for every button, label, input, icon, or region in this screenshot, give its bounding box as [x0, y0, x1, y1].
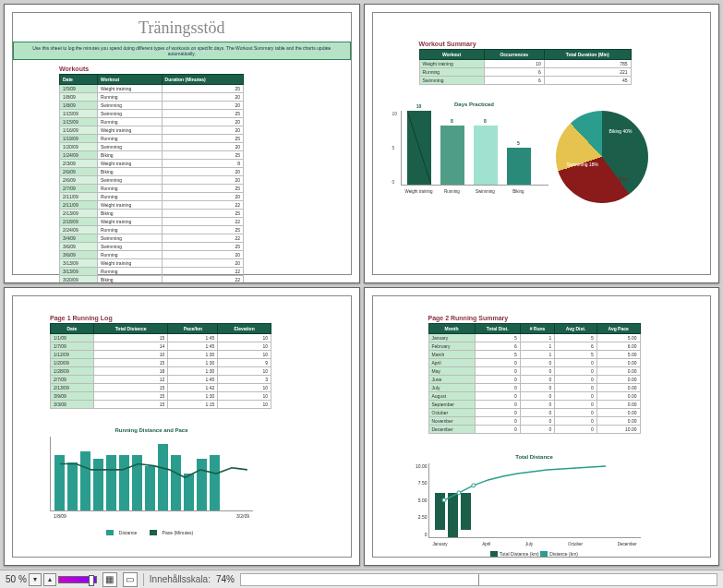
- pie-label-biking: Biking 40%: [609, 129, 633, 135]
- table-row: 2/3/09Weight training8: [60, 160, 244, 168]
- zoom-out-button[interactable]: ▾: [29, 573, 42, 586]
- table-row: 3/4/09Swimming22: [60, 234, 244, 243]
- table-row: 3/9/09151:3010: [51, 391, 271, 400]
- table-row: 1/15/09Swimming25: [60, 110, 244, 118]
- total-distance-chart: Total Distance 10.007.50 5.002.50 0 Janu…: [428, 454, 641, 558]
- workouts-heading: Workouts: [59, 66, 351, 72]
- col-workout: Workout: [97, 75, 162, 85]
- days-practiced-chart: Days Practiced 1050 10Weight training8Ru…: [401, 102, 548, 186]
- running-summary-heading: Page 2 Running Summary: [428, 315, 711, 321]
- table-row: 2/13/09Biking25: [60, 210, 244, 218]
- svg-point-1: [441, 498, 445, 501]
- table-row: December00010.00: [428, 425, 640, 433]
- table-row: 2/13/09151:4210: [51, 383, 271, 391]
- page-2: Workout Summary Workout Occurrences Tota…: [364, 4, 720, 283]
- zoom-slider[interactable]: [58, 576, 97, 583]
- table-row: 1/20/09Swimming20: [60, 143, 244, 151]
- doc-title: Träningsstöd: [13, 18, 351, 38]
- table-row: April0000.00: [428, 358, 640, 366]
- table-row: November0000.00: [428, 416, 640, 425]
- ruler[interactable]: [240, 573, 717, 586]
- table-row: 1/12/09101:3010: [51, 350, 271, 358]
- bar: [145, 466, 155, 510]
- view-mode-button[interactable]: ▦: [102, 572, 117, 587]
- zoom-value: 50 %: [6, 574, 27, 584]
- scale-label: Innehållsskala:: [150, 574, 211, 584]
- single-page-button[interactable]: ▭: [123, 572, 138, 587]
- table-row: 3/6/09Swimming25: [60, 243, 244, 251]
- summary-heading: Workout Summary: [419, 41, 711, 47]
- col-occ: Occurrences: [484, 50, 544, 60]
- table-row: 2/24/09Running25: [60, 226, 244, 234]
- chart4-legend: Total Distance (km) Distance (km): [428, 551, 641, 558]
- page-3: Page 1 Running Log Date Total Distance P…: [4, 287, 360, 567]
- table-row: October0000.00: [428, 408, 640, 416]
- bar: 10Weight training: [407, 111, 431, 185]
- bar: [54, 455, 65, 510]
- table-row: 2/11/09Weight training22: [60, 201, 244, 210]
- running-summary-table: Month Total Dist. # Runs Avg Dist. Avg P…: [428, 323, 641, 434]
- table-row: June0000.00: [428, 375, 640, 383]
- col-date: Date: [60, 75, 98, 85]
- table-row: August0000.00: [428, 391, 640, 400]
- bar: [210, 455, 220, 510]
- table-row: Weight training10785: [419, 60, 631, 68]
- bar: [67, 462, 78, 510]
- table-row: 2/18/09Weight training22: [60, 218, 244, 226]
- running-log-table: Date Total Distance Pace/km Elevation 1/…: [50, 323, 271, 409]
- bar: [132, 455, 142, 510]
- running-log-heading: Page 1 Running Log: [50, 315, 351, 321]
- bar: [106, 455, 116, 510]
- table-row: 2/11/09Running20: [60, 193, 244, 201]
- bar: [119, 455, 129, 510]
- table-row: 1/20/09151:309: [51, 358, 271, 366]
- table-row: 1/19/09Running25: [60, 135, 244, 143]
- svg-point-3: [471, 483, 475, 486]
- table-row: 1/16/09Weight training20: [60, 126, 244, 135]
- bar: [93, 459, 103, 510]
- table-row: 1/28/09181:3010: [51, 366, 271, 375]
- table-row: March5155.00: [428, 350, 640, 358]
- table-row: 3/20/09Biking22: [60, 276, 244, 283]
- print-preview: Träningsstöd Use this sheet to log the m…: [0, 0, 723, 588]
- bar: [171, 455, 181, 510]
- pie-label-running: Running 30%: [600, 177, 628, 183]
- table-row: 2/6/09Biking20: [60, 168, 244, 176]
- summary-table: Workout Occurrences Total Duration (Min)…: [419, 49, 632, 85]
- page-1: Träningsstöd Use this sheet to log the m…: [4, 4, 360, 283]
- table-row: 3/13/09Running22: [60, 268, 244, 276]
- bar: [197, 459, 207, 510]
- table-row: February6166.00: [428, 342, 640, 350]
- distance-pace-chart: Running Distance and Pace 1/8/09 3/2/09 …: [50, 427, 253, 536]
- bar: [184, 474, 194, 510]
- table-row: 1/8/09Swimming20: [60, 102, 244, 110]
- workout-pie-chart: Biking 40% Swimming 18% Running 30%: [556, 111, 648, 203]
- page-4: Page 2 Running Summary Month Total Dist.…: [364, 287, 720, 567]
- bar: 5Biking: [507, 148, 531, 185]
- pie-label-swimming: Swimming 18%: [567, 162, 598, 168]
- table-row: 2/7/09121:453: [51, 375, 271, 383]
- table-row: 3/3/09151:1510: [51, 400, 271, 408]
- table-row: September0000.00: [428, 400, 640, 408]
- zoom-control: 50 % ▾ ▴: [6, 573, 97, 586]
- col-total: Total Duration (Min): [544, 50, 631, 60]
- table-row: 2/6/09Swimming20: [60, 176, 244, 185]
- table-row: Running6221: [419, 68, 631, 77]
- status-bar: 50 % ▾ ▴ ▦ ▭ Innehållsskala: 74%: [0, 570, 723, 588]
- table-row: 3/13/09Weight training20: [60, 259, 244, 268]
- table-row: May0000.00: [428, 366, 640, 375]
- bar: [80, 451, 90, 510]
- bar: [158, 444, 168, 510]
- bar: 8Running: [440, 126, 464, 185]
- workouts-table: Date Workout Duration (Minutes) 1/5/09We…: [59, 74, 244, 283]
- zoom-in-button[interactable]: ▴: [43, 573, 56, 586]
- table-row: Swimming645: [419, 77, 631, 85]
- svg-point-2: [456, 490, 460, 494]
- table-row: 3/6/09Running20: [60, 251, 244, 259]
- table-row: 1/7/09141:4510: [51, 342, 271, 350]
- scale-value: 74%: [216, 574, 235, 584]
- doc-subtitle: Use this sheet to log the minutes you sp…: [13, 42, 351, 60]
- bar: 8Swimming: [474, 126, 498, 185]
- table-row: 1/8/09Running20: [60, 93, 244, 102]
- table-row: 1/15/09Running20: [60, 118, 244, 126]
